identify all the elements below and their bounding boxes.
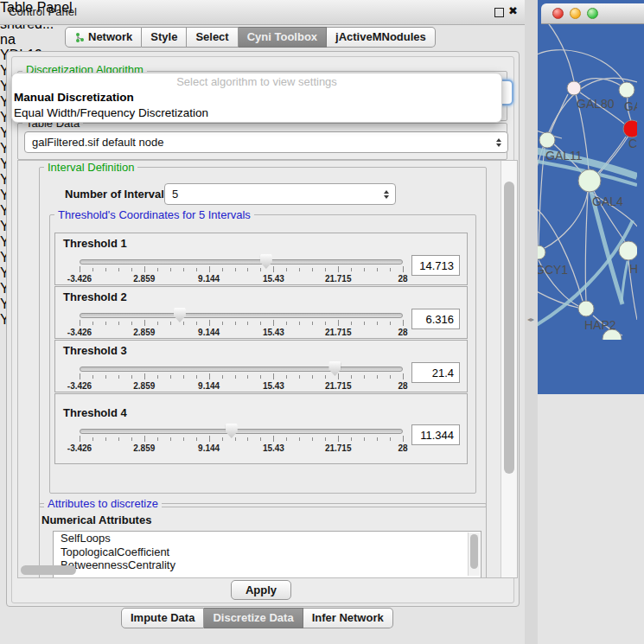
tab-select[interactable]: Select bbox=[187, 27, 238, 48]
slider-tick-labels: -3.4262.8599.14415.4321.71528 bbox=[80, 381, 403, 392]
slider-tick-labels: -3.4262.8599.14415.4321.71528 bbox=[80, 443, 403, 454]
threshold-label: Threshold 2 bbox=[63, 290, 460, 303]
slider-ticks bbox=[80, 373, 403, 380]
tab-discretize-data[interactable]: Discretize Data bbox=[204, 608, 303, 628]
threshold-panel: Threshold 3-3.4262.8599.14415.4321.71528… bbox=[54, 340, 468, 392]
number-of-intervals-label: Number of Intervals bbox=[65, 188, 170, 201]
network-node[interactable] bbox=[578, 169, 601, 192]
network-node[interactable] bbox=[538, 245, 545, 259]
threshold-value-field[interactable]: 14.713 bbox=[411, 255, 460, 276]
combo-stepper-icon bbox=[496, 138, 501, 147]
close-icon[interactable]: ✖ bbox=[508, 4, 518, 17]
tab-jactivemnodules[interactable]: jActiveMNodules bbox=[327, 27, 436, 48]
network-edge[interactable] bbox=[538, 50, 624, 82]
number-of-intervals-combobox[interactable]: 5 bbox=[164, 183, 396, 205]
slider-track bbox=[80, 367, 403, 372]
tab-impute-data[interactable]: Impute Data bbox=[121, 608, 204, 628]
network-edge[interactable] bbox=[542, 16, 574, 81]
attribute-list-item[interactable]: BetweennessCentrality bbox=[54, 558, 481, 572]
settings-scrollpane: Interval Definition Number of Intervals … bbox=[17, 160, 518, 578]
tab-style[interactable]: Style bbox=[142, 27, 187, 48]
tab-label: Discretize Data bbox=[213, 611, 293, 624]
split-pane-divider[interactable]: ◂▸ bbox=[525, 0, 538, 644]
thresholds-section-title: Threshold's Coordinates for 5 Intervals bbox=[54, 209, 254, 220]
attributes-section-title: Attributes to discretize bbox=[44, 498, 162, 509]
tab-label: Network bbox=[88, 30, 132, 43]
threshold-panel: Threshold 1-3.4262.8599.14415.4321.71528… bbox=[54, 233, 468, 285]
interval-definition-title: Interval Definition bbox=[44, 162, 137, 173]
network-edge[interactable] bbox=[622, 261, 628, 303]
zoom-traffic-light-icon[interactable] bbox=[587, 8, 598, 19]
threshold-panel: Threshold 2-3.4262.8599.14415.4321.71528… bbox=[54, 286, 468, 339]
threshold-slider[interactable]: -3.4262.8599.14415.4321.71528 bbox=[80, 360, 403, 393]
threshold-value-field[interactable]: 6.316 bbox=[411, 309, 460, 329]
slider-ticks bbox=[80, 266, 403, 273]
settings-vertical-scrollbar[interactable] bbox=[501, 161, 518, 577]
threshold-slider[interactable]: -3.4262.8599.14415.4321.71528 bbox=[80, 423, 403, 456]
slider-ticks bbox=[80, 320, 403, 327]
attribute-list-item[interactable]: TopologicalCoefficient bbox=[54, 545, 481, 559]
network-node-label: GAL bbox=[624, 99, 637, 113]
settings-horizontal-scrollbar[interactable] bbox=[21, 565, 76, 575]
divider-grip-icon: ◂▸ bbox=[527, 316, 534, 323]
network-edge[interactable] bbox=[545, 192, 588, 248]
network-node[interactable] bbox=[578, 301, 594, 316]
network-node[interactable] bbox=[619, 241, 637, 260]
network-icon bbox=[74, 32, 85, 42]
table-data-value: galFiltered.sif default node bbox=[32, 136, 163, 149]
network-node[interactable] bbox=[567, 81, 581, 95]
algorithm-option[interactable]: Equal Width/Frequency Discretization bbox=[12, 105, 501, 121]
slider-track bbox=[80, 259, 403, 265]
network-node[interactable] bbox=[619, 82, 634, 98]
tab-label: Select bbox=[195, 30, 228, 43]
threshold-slider[interactable]: -3.4262.8599.14415.4321.71528 bbox=[80, 253, 403, 286]
tab-infer-network[interactable]: Infer Network bbox=[303, 608, 393, 628]
control-panel-titlebar: Control Panel ✖ bbox=[0, 0, 525, 25]
tab-label: jActiveMNodules bbox=[335, 30, 426, 43]
tab-label: Cyni Toolbox bbox=[247, 30, 317, 43]
tab-label: Infer Network bbox=[312, 611, 384, 624]
network-window-titlebar bbox=[541, 3, 644, 24]
network-canvas[interactable]: GAL80GALCGAL11GAL4GCY1HHAP2 bbox=[538, 0, 644, 343]
tab-label: Style bbox=[150, 30, 177, 43]
network-node-label: GAL11 bbox=[545, 149, 583, 163]
tab-network[interactable]: Network bbox=[65, 27, 142, 48]
network-view-window: GAL80GALCGAL11GAL4GCY1HHAP2 bbox=[538, 0, 644, 394]
network-node[interactable] bbox=[539, 132, 555, 148]
threshold-label: Threshold 3 bbox=[63, 344, 460, 357]
cytoscape-window: { "window": {"title": "Control Panel"}, … bbox=[0, 0, 644, 644]
close-traffic-light-icon[interactable] bbox=[552, 8, 564, 19]
threshold-label: Threshold 1 bbox=[63, 237, 460, 250]
network-node[interactable] bbox=[623, 120, 637, 137]
minimize-traffic-light-icon[interactable] bbox=[570, 8, 581, 19]
threshold-panel: Threshold 4-3.4262.8599.14415.4321.71528… bbox=[54, 393, 468, 464]
threshold-list: Threshold 1-3.4262.8599.14415.4321.71528… bbox=[54, 233, 468, 465]
attribute-list-item[interactable]: SelfLoops bbox=[54, 532, 481, 545]
slider-track bbox=[80, 429, 403, 434]
threshold-slider[interactable]: -3.4262.8599.14415.4321.71528 bbox=[80, 307, 403, 340]
network-node-label: GAL4 bbox=[592, 194, 623, 208]
algorithm-dropdown-popup: Select algorithm to view settings Manual… bbox=[11, 73, 502, 123]
slider-ticks bbox=[80, 436, 403, 443]
algorithm-option[interactable]: Manual Discretization bbox=[12, 90, 501, 105]
float-window-icon[interactable] bbox=[494, 8, 504, 17]
apply-button[interactable]: Apply bbox=[231, 580, 291, 600]
control-panel-tabs: NetworkStyleSelectCyni ToolboxjActiveMNo… bbox=[65, 27, 436, 48]
threshold-value-field[interactable]: 11.344 bbox=[411, 424, 460, 445]
algorithm-placeholder: Select algorithm to view settings bbox=[12, 73, 501, 90]
combo-stepper-icon bbox=[384, 190, 389, 199]
numerical-attributes-list[interactable]: SelfLoopsTopologicalCoefficientBetweenne… bbox=[53, 531, 481, 578]
slider-tick-labels: -3.4262.8599.14415.4321.71528 bbox=[80, 328, 403, 338]
threshold-value-field[interactable]: 21.4 bbox=[411, 362, 460, 383]
table-panel-title: Table Panel bbox=[0, 0, 73, 15]
table-panel-titlebar: Table Panel bbox=[0, 0, 73, 16]
table-data-combobox[interactable]: galFiltered.sif default node bbox=[24, 131, 508, 153]
network-node-label: GCY1 bbox=[538, 263, 568, 277]
attributes-list-scrollbar[interactable] bbox=[468, 532, 480, 576]
tab-cyni-toolbox[interactable]: Cyni Toolbox bbox=[239, 27, 327, 48]
network-node-label: H bbox=[629, 262, 637, 276]
cyni-mode-tabs: Impute DataDiscretize DataInfer Network bbox=[121, 608, 393, 628]
network-node-label: C bbox=[628, 137, 637, 150]
slider-tick-labels: -3.4262.8599.14415.4321.71528 bbox=[80, 274, 403, 284]
network-node-label: HAP2 bbox=[584, 318, 616, 332]
